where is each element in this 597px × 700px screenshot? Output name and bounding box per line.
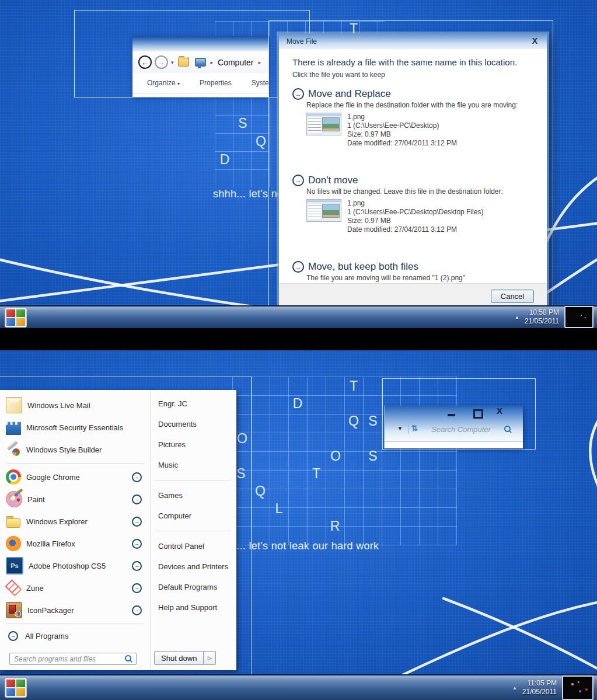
start-menu-item-microsoft-security-essentials[interactable]: Microsoft Security Essentials xyxy=(0,416,150,438)
taskbar-clock[interactable]: 11:05 PM 21/05/2011 xyxy=(522,679,557,696)
desktop-top: TSQD shhh... let's not leak our hard wor… xyxy=(0,0,597,328)
dialog-option-move-but-keep-both-files[interactable]: →Move, but keep both filesThe file you a… xyxy=(292,261,533,282)
dialog-option-don-t-move[interactable]: →Don't moveNo files will be changed. Lea… xyxy=(292,175,533,234)
start-menu-item-music[interactable]: Music xyxy=(151,455,236,475)
start-menu-item-adobe-photoshop-cs5[interactable]: PsAdobe Photoshop CS5→ xyxy=(0,555,150,577)
all-programs-arrow-icon: → xyxy=(8,631,18,641)
explorer-search-input[interactable]: Search Computer xyxy=(431,425,491,434)
start-menu-item-zune[interactable]: Zune→ xyxy=(0,577,150,599)
thumb-titlebar xyxy=(307,200,341,202)
desktop-gadget[interactable] xyxy=(562,675,593,700)
organize-menu[interactable]: Organize ▾ xyxy=(147,79,180,87)
jump-list-arrow-icon[interactable]: → xyxy=(132,517,142,527)
start-button[interactable] xyxy=(5,678,27,698)
start-button[interactable] xyxy=(5,308,27,328)
windows-live-mail-icon xyxy=(6,397,22,413)
start-menu-item-devices-and-printers[interactable]: Devices and Printers xyxy=(151,556,236,577)
option-arrow-icon: → xyxy=(292,175,304,186)
dialog-option-move-and-replace[interactable]: →Move and ReplaceReplace the file in the… xyxy=(292,88,533,148)
file-modified: Date modified: 27/04/2011 3:12 PM xyxy=(347,139,457,148)
cancel-button[interactable]: Cancel xyxy=(491,290,534,303)
shut-down-button[interactable]: Shut down xyxy=(154,651,204,665)
jump-list-arrow-icon[interactable]: → xyxy=(132,561,142,571)
start-menu-item-label: Windows Style Builder xyxy=(26,445,102,454)
start-menu-divider xyxy=(6,624,144,624)
start-menu-item-label: Adobe Photoshop CS5 xyxy=(29,562,106,570)
file-name: 1.png xyxy=(347,113,457,121)
start-menu-item-windows-explorer[interactable]: Windows Explorer→ xyxy=(0,510,150,532)
start-menu-item-label: Windows Live Mail xyxy=(27,401,90,410)
address-dropdown-chevron-icon[interactable]: ▼ xyxy=(397,426,403,431)
jump-list-arrow-icon[interactable]: → xyxy=(132,494,142,504)
start-menu-item-windows-live-mail[interactable]: Windows Live Mail xyxy=(0,394,150,416)
close-icon[interactable]: X xyxy=(497,406,502,416)
explorer-search-window: X ▼ ⇄ Search Computer xyxy=(384,406,523,448)
taskbar-clock[interactable]: 10:58 PM 21/05/2011 xyxy=(525,308,559,326)
folder-up-icon[interactable] xyxy=(178,58,189,67)
dialog-options: →Move and ReplaceReplace the file in the… xyxy=(292,88,533,282)
wallpaper-letter: T xyxy=(309,466,323,481)
back-button[interactable]: ← xyxy=(138,55,152,69)
start-menu-item-computer[interactable]: Computer xyxy=(151,506,236,526)
chevron-down-icon: ▾ xyxy=(177,81,180,86)
wallpaper-letter: S xyxy=(236,116,250,131)
wallpaper-letter: Q xyxy=(254,134,268,149)
start-menu-item-control-panel[interactable]: Control Panel xyxy=(151,536,236,556)
start-menu-item-documents[interactable]: Documents xyxy=(151,414,236,434)
shut-down-options-arrow[interactable]: ▷ xyxy=(204,651,216,665)
dialog-titlebar[interactable]: Move File X xyxy=(279,34,547,49)
start-menu-item-pictures[interactable]: Pictures xyxy=(151,434,236,455)
search-input[interactable] xyxy=(9,653,137,665)
wallpaper-letter: Q xyxy=(253,483,267,499)
dialog-heading: There is already a file with the same na… xyxy=(292,57,533,67)
search-window-body xyxy=(385,441,523,448)
system-menu[interactable]: System xyxy=(252,79,268,87)
jump-list-arrow-icon[interactable]: → xyxy=(132,472,142,482)
start-menu-item-help-and-support[interactable]: Help and Support xyxy=(151,597,236,618)
start-menu-item-windows-style-builder[interactable]: Windows Style Builder xyxy=(0,438,150,461)
option-header: →Move, but keep both files xyxy=(292,261,533,273)
wallpaper-letter: L xyxy=(272,501,286,516)
show-hidden-icons-chevron[interactable]: ▲ xyxy=(515,315,519,320)
breadcrumb-arrow-icon: ▸ xyxy=(259,60,261,65)
show-hidden-icons-chevron[interactable]: ▲ xyxy=(512,685,517,691)
minimize-icon[interactable] xyxy=(448,414,455,416)
windows-style-builder-icon xyxy=(6,442,21,457)
start-menu: Windows Live MailMicrosoft Security Esse… xyxy=(0,390,236,670)
start-menu-item-default-programs[interactable]: Default Programs xyxy=(151,577,236,597)
start-menu-item-engr-jc[interactable]: Engr. JC xyxy=(151,393,236,414)
history-chevron-icon[interactable]: ▾ xyxy=(171,60,174,65)
maximize-icon[interactable] xyxy=(473,409,483,419)
option-description: The file you are moving will be renamed … xyxy=(306,274,533,282)
all-programs-label: All Programs xyxy=(25,632,68,640)
stage: TSQD shhh... let's not leak our hard wor… xyxy=(0,0,597,700)
start-menu-item-paint[interactable]: Paint→ xyxy=(0,488,150,510)
jump-list-arrow-icon[interactable]: → xyxy=(132,539,142,549)
refresh-icon[interactable]: ⇄ xyxy=(410,424,420,431)
start-menu-item-label: Windows Explorer xyxy=(26,517,88,526)
file-name: 1.png xyxy=(347,199,483,208)
start-menu-item-google-chrome[interactable]: Google Chrome→ xyxy=(0,466,150,488)
close-icon[interactable]: X xyxy=(532,36,537,46)
desktop-gadget[interactable] xyxy=(564,306,593,328)
option-header: →Move and Replace xyxy=(292,88,533,100)
start-menu-item-games[interactable]: Games xyxy=(151,485,236,506)
taskbar-bottom: ▲ 11:05 PM 21/05/2011 xyxy=(0,674,597,700)
start-menu-item-label: Microsoft Security Essentials xyxy=(26,423,123,432)
start-menu-item-label: Google Chrome xyxy=(26,473,80,482)
file-thumbnail xyxy=(306,199,341,222)
option-title: Move, but keep both files xyxy=(308,261,418,273)
all-programs-item[interactable]: → All Programs xyxy=(0,626,150,645)
screen-top: TSQD shhh... let's not leak our hard wor… xyxy=(0,0,597,350)
search-icon[interactable] xyxy=(504,425,512,434)
explorer-titlebar xyxy=(132,36,268,51)
start-menu-item-iconpackager[interactable]: IconPackager→ xyxy=(0,599,150,621)
properties-menu[interactable]: Properties xyxy=(200,79,232,87)
file-size: Size: 0.97 MB xyxy=(347,217,483,225)
jump-list-arrow-icon[interactable]: → xyxy=(132,605,142,615)
start-menu-item-mozilla-firefox[interactable]: Mozilla Firefox→ xyxy=(0,532,150,555)
breadcrumb-computer[interactable]: Computer xyxy=(216,58,255,67)
forward-button[interactable]: → xyxy=(155,55,168,69)
start-menu-item-label: IconPackager xyxy=(27,606,74,615)
jump-list-arrow-icon[interactable]: → xyxy=(132,583,142,593)
